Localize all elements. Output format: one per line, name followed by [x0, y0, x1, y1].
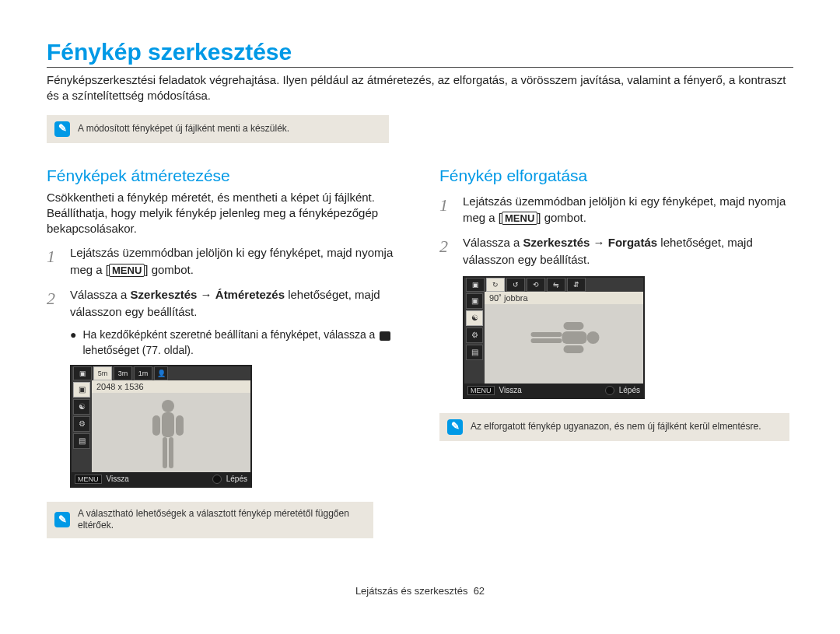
svg-point-0: [162, 400, 174, 412]
bullet-text: Ha kezdőképként szeretné beállítani a fé…: [82, 328, 401, 358]
lying-figure: [527, 314, 601, 361]
svg-rect-8: [564, 322, 584, 330]
right-subtitle: Fénykép elforgatása: [439, 166, 793, 185]
note-left: ✎ A választható lehetőségek a választott…: [47, 502, 373, 538]
note-icon: ✎: [54, 512, 70, 527]
move-label: Lépés: [619, 386, 640, 394]
cam-bottom-bar: MENU Vissza Lépés: [72, 472, 250, 486]
note-top: ✎ A módosított fényképet új fájlként men…: [47, 115, 389, 143]
page: Fénykép szerkesztése Fényképszerkesztési…: [0, 0, 840, 620]
step-text: Válassza a Szerkesztés → Forgatás lehető…: [463, 234, 793, 268]
cam-preview: 2048 x 1536: [92, 380, 250, 472]
bold: Szerkesztés: [523, 236, 590, 249]
svg-rect-3: [176, 415, 184, 436]
rotate-180-icon: ⟲: [527, 278, 545, 292]
cam-body: ▣ ☯ ⚙ ▤ 2048 x 1536: [72, 380, 250, 472]
startup-image-icon: 👤: [154, 366, 168, 380]
rotate-mode-icon: ▣: [466, 278, 485, 292]
svg-rect-5: [169, 437, 173, 468]
note-text: A választható lehetőségek a választott f…: [78, 508, 366, 532]
svg-rect-2: [152, 415, 160, 436]
size-5m-tab: 5m: [93, 366, 112, 380]
step-number: 2: [439, 234, 457, 268]
cam-preview: 90˚ jobbra: [485, 292, 643, 384]
note-text: A módosított fényképet új fájlként menti…: [78, 123, 289, 135]
arrow: →: [197, 288, 215, 301]
svg-point-6: [587, 331, 600, 344]
bold: Szerkesztés: [131, 288, 198, 301]
text: ] gombot.: [537, 211, 586, 224]
flip-v-icon: ⇵: [567, 278, 586, 292]
color-tool-icon: ⚙: [73, 416, 90, 432]
step-text: Válassza a Szerkesztés → Átméretezés leh…: [70, 286, 401, 321]
right-column: Fénykép elforgatása 1 Lejátszás üzemmódb…: [439, 166, 793, 562]
bold: Átméretezés: [215, 288, 285, 301]
resolution-label: 2048 x 1536: [92, 380, 250, 393]
resize-tool-icon: ▣: [73, 382, 90, 398]
left-step-2: 2 Válassza a Szerkesztés → Átméretezés l…: [47, 286, 401, 321]
text: Ha kezdőképként szeretné beállítani a fé…: [82, 328, 375, 341]
color-tool-icon: ⚙: [466, 328, 483, 343]
note-text: Az elforgatott fénykép ugyanazon, és nem…: [471, 421, 761, 433]
bullet-dot: ●: [70, 328, 76, 358]
note-right: ✎ Az elforgatott fénykép ugyanazon, és n…: [439, 413, 789, 441]
text: ] gombot.: [145, 263, 194, 276]
camera-screenshot-rotate: ▣ ↻ ↺ ⟲ ⇋ ⇵ ▣ ☯ ⚙ ▤ 90˚ jobbra: [463, 276, 645, 399]
size-1m-tab: 1m: [134, 366, 152, 380]
intro-text: Fényképszerkesztési feladatok végrehajtá…: [47, 72, 793, 104]
standing-figure: [145, 398, 191, 472]
text: lehetőséget (77. oldal).: [82, 344, 193, 356]
svg-rect-7: [562, 331, 587, 344]
size-3m-tab: 3m: [114, 366, 132, 380]
rotation-label: 90˚ jobbra: [485, 292, 643, 304]
two-column-layout: Fényképek átméretezése Csökkentheti a fé…: [47, 166, 793, 562]
note-icon: ✎: [447, 419, 463, 435]
adjust-tool-icon: ▤: [73, 433, 90, 449]
left-bullet: ● Ha kezdőképként szeretné beállítani a …: [70, 328, 401, 358]
left-desc: Csökkentheti a fénykép méretét, és menth…: [47, 190, 401, 237]
rotate-right-icon: ↻: [486, 278, 505, 292]
step-number: 1: [439, 193, 457, 227]
back-label: Vissza: [107, 475, 129, 483]
rotate-tool-icon: ☯: [73, 399, 90, 415]
left-column: Fényképek átméretezése Csökkentheti a fé…: [47, 166, 401, 562]
move-label: Lépés: [226, 475, 247, 483]
cam-body: ▣ ☯ ⚙ ▤ 90˚ jobbra: [464, 292, 643, 384]
page-title: Fénykép szerkesztése: [47, 39, 793, 68]
svg-rect-1: [162, 412, 174, 437]
cam-bottom-bar: MENU Vissza Lépés: [464, 384, 643, 398]
dpad-icon: [605, 386, 614, 395]
left-subtitle: Fényképek átméretezése: [47, 166, 401, 185]
resize-mode-icon: ▣: [73, 366, 92, 380]
arrow: →: [590, 236, 607, 249]
cam-top-bar: ▣ 5m 3m 1m 👤: [72, 366, 250, 380]
cam-sidebar: ▣ ☯ ⚙ ▤: [464, 292, 485, 384]
right-step-2: 2 Válassza a Szerkesztés → Forgatás lehe…: [439, 234, 793, 268]
page-footer: Lejátszás és szerkesztés 62: [47, 585, 793, 597]
svg-rect-9: [564, 345, 584, 353]
bold: Forgatás: [608, 236, 657, 249]
menu-button: MENU: [75, 475, 102, 484]
menu-key: MENU: [502, 212, 537, 225]
svg-rect-4: [163, 437, 167, 468]
note-icon: ✎: [54, 121, 70, 137]
step-text: Lejátszás üzemmódban jelöljön ki egy fén…: [70, 244, 401, 278]
adjust-tool-icon: ▤: [466, 345, 483, 360]
rotate-left-icon: ↺: [506, 278, 525, 292]
page-number: 62: [474, 585, 485, 597]
left-step-1: 1 Lejátszás üzemmódban jelöljön ki egy f…: [47, 244, 401, 278]
cam-sidebar: ▣ ☯ ⚙ ▤: [72, 380, 92, 472]
menu-key: MENU: [109, 264, 145, 277]
camera-screenshot-resize: ▣ 5m 3m 1m 👤 ▣ ☯ ⚙ ▤ 2048 x 1536: [70, 365, 252, 488]
person-icon: [380, 331, 390, 341]
back-label: Vissza: [499, 386, 522, 394]
footer-section: Lejátszás és szerkesztés: [355, 585, 468, 597]
step-number: 1: [47, 244, 64, 278]
text: Válassza a: [70, 288, 131, 301]
rotate-tool-icon: ☯: [466, 310, 483, 326]
svg-rect-11: [531, 338, 562, 343]
svg-rect-10: [531, 332, 562, 337]
menu-button: MENU: [467, 386, 495, 395]
right-step-1: 1 Lejátszás üzemmódban jelöljön ki egy f…: [439, 193, 793, 227]
resize-tool-icon: ▣: [466, 293, 483, 309]
